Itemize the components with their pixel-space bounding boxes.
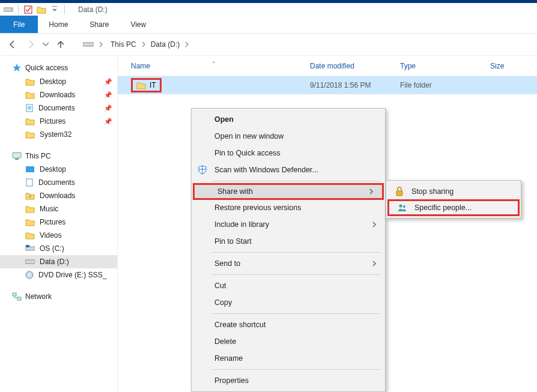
menu-include-library[interactable]: Include in library <box>192 216 385 233</box>
tab-file[interactable]: File <box>0 16 38 33</box>
menu-scan-defender[interactable]: Scan with Windows Defender... <box>192 161 385 178</box>
people-icon <box>396 204 408 212</box>
qat-dropdown-icon[interactable] <box>50 5 59 14</box>
context-menu: Open Open in new window Pin to Quick acc… <box>191 108 386 392</box>
pin-icon: 📌 <box>104 91 112 99</box>
pin-icon: 📌 <box>104 78 112 86</box>
submenu-specific-people[interactable]: Specific people... <box>387 199 520 216</box>
svg-rect-12 <box>26 179 32 186</box>
folder-icon <box>136 81 146 89</box>
tree-item-pc-desktop[interactable]: Desktop <box>0 163 117 176</box>
svg-point-1 <box>11 9 12 10</box>
svg-point-17 <box>29 274 31 276</box>
tree-item-desktop[interactable]: Desktop 📌 <box>0 75 117 88</box>
network-icon <box>12 292 22 301</box>
menu-pin-start[interactable]: Pin to Start <box>192 233 385 250</box>
highlight-annotation: IT <box>131 78 162 92</box>
tree-item-os-c[interactable]: OS (C:) <box>0 242 117 255</box>
svg-rect-11 <box>26 166 34 172</box>
tree-label: Quick access <box>25 64 68 72</box>
pin-icon: 📌 <box>104 118 112 125</box>
back-button[interactable] <box>6 38 19 51</box>
svg-rect-6 <box>28 106 31 107</box>
submenu-arrow-icon <box>372 222 377 228</box>
tree-item-pc-videos[interactable]: Videos <box>0 229 117 242</box>
drive-icon <box>4 5 13 14</box>
column-size[interactable]: Size <box>490 62 537 70</box>
svg-rect-18 <box>13 293 16 296</box>
nav-row: This PC Data (D:) <box>0 34 537 55</box>
breadcrumb-root[interactable]: This PC <box>111 40 136 49</box>
file-date: 9/11/2018 1:56 PM <box>310 81 400 89</box>
tree-header-this-pc[interactable]: This PC <box>0 149 117 163</box>
tree-item-data-d[interactable]: Data (D:) <box>0 255 117 268</box>
chevron-right-icon <box>139 41 148 47</box>
tree-item-pictures[interactable]: Pictures 📌 <box>0 115 117 128</box>
tree-item-system32[interactable]: System32 <box>0 128 117 141</box>
tree-item-pc-documents[interactable]: Documents <box>0 176 117 189</box>
submenu-share-with: Stop sharing Specific people... <box>386 180 521 219</box>
tree-this-pc: This PC Desktop Documents Downloads Musi… <box>0 149 117 282</box>
tree-item-downloads[interactable]: Downloads 📌 <box>0 88 117 101</box>
title-bar: Data (D:) <box>0 0 537 16</box>
window-title: Data (D:) <box>78 5 108 14</box>
column-date[interactable]: Date modified <box>310 62 400 70</box>
ribbon-tabs: File Home Share View <box>0 16 537 34</box>
menu-copy[interactable]: Copy <box>192 294 385 311</box>
submenu-stop-sharing[interactable]: Stop sharing <box>386 183 521 200</box>
folder-qat-icon[interactable] <box>37 5 46 14</box>
star-icon <box>12 63 22 73</box>
shield-icon <box>196 165 208 175</box>
file-type: File folder <box>400 81 490 89</box>
tree-network: Network <box>0 290 117 303</box>
separator <box>64 5 65 14</box>
menu-send-to[interactable]: Send to <box>192 255 385 272</box>
tab-share[interactable]: Share <box>79 16 120 33</box>
column-headers: Name ⌃ Date modified Type Size <box>118 56 537 76</box>
breadcrumb-drive[interactable]: Data (D:) <box>151 40 180 49</box>
tree-item-dvd-e[interactable]: DVD Drive (E:) SSS_ <box>0 268 117 282</box>
tree-item-pc-music[interactable]: Music <box>0 202 117 216</box>
tab-view[interactable]: View <box>120 16 157 33</box>
menu-open[interactable]: Open <box>192 111 385 128</box>
column-name[interactable]: Name ⌃ <box>118 62 310 70</box>
submenu-arrow-icon <box>372 261 377 267</box>
chevron-right-icon[interactable] <box>99 41 103 47</box>
tree-item-documents[interactable]: Documents 📌 <box>0 101 117 115</box>
column-type[interactable]: Type <box>400 62 490 70</box>
menu-restore-previous[interactable]: Restore previous versions <box>192 199 385 216</box>
file-row-it[interactable]: IT 9/11/2018 1:56 PM File folder <box>118 76 537 94</box>
pc-icon <box>12 152 22 160</box>
breadcrumb[interactable]: This PC Data (D:) <box>111 40 192 49</box>
chevron-right-icon <box>182 41 192 47</box>
tree-label: Network <box>25 292 52 301</box>
menu-properties[interactable]: Properties <box>192 372 385 389</box>
menu-rename[interactable]: Rename <box>192 350 385 367</box>
menu-open-new-window[interactable]: Open in new window <box>192 128 385 145</box>
menu-share-with[interactable]: Share with <box>193 183 384 200</box>
properties-qat-icon[interactable] <box>23 5 33 14</box>
menu-pin-quick-access[interactable]: Pin to Quick access <box>192 145 385 161</box>
up-button[interactable] <box>54 38 67 51</box>
lock-icon <box>393 187 405 196</box>
recent-dropdown-icon[interactable] <box>42 38 49 51</box>
svg-rect-14 <box>26 245 29 247</box>
tree-header-network[interactable]: Network <box>0 290 117 303</box>
submenu-arrow-icon <box>369 188 374 194</box>
svg-rect-7 <box>28 107 31 108</box>
tree-item-pc-pictures[interactable]: Pictures <box>0 216 117 229</box>
tree-header-quick-access[interactable]: Quick access <box>0 61 117 75</box>
menu-separator <box>212 252 380 253</box>
tree-label: This PC <box>25 152 51 160</box>
tree-item-pc-downloads[interactable]: Downloads <box>0 189 117 202</box>
menu-separator <box>212 274 380 275</box>
tab-home[interactable]: Home <box>38 16 79 33</box>
menu-delete[interactable]: Delete <box>192 333 385 350</box>
menu-create-shortcut[interactable]: Create shortcut <box>192 316 385 333</box>
menu-cut[interactable]: Cut <box>192 277 385 294</box>
pin-icon: 📌 <box>104 104 112 112</box>
forward-button[interactable] <box>24 38 37 51</box>
menu-separator <box>212 181 380 181</box>
separator <box>18 5 19 14</box>
svg-rect-2 <box>25 6 32 13</box>
